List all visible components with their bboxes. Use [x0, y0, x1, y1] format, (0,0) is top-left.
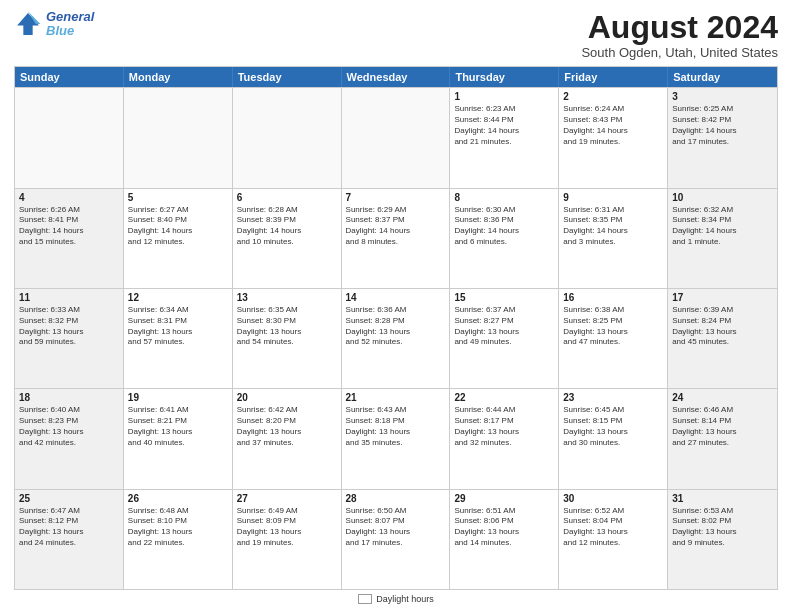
day-cell-17: 17Sunrise: 6:39 AMSunset: 8:24 PMDayligh…: [668, 289, 777, 388]
day-info: Sunrise: 6:46 AMSunset: 8:14 PMDaylight:…: [672, 405, 773, 448]
day-cell-22: 22Sunrise: 6:44 AMSunset: 8:17 PMDayligh…: [450, 389, 559, 488]
day-number: 31: [672, 493, 773, 504]
header-day-wednesday: Wednesday: [342, 67, 451, 87]
calendar-week-1: 1Sunrise: 6:23 AMSunset: 8:44 PMDaylight…: [15, 87, 777, 187]
day-cell-18: 18Sunrise: 6:40 AMSunset: 8:23 PMDayligh…: [15, 389, 124, 488]
location: South Ogden, Utah, United States: [581, 45, 778, 60]
day-info: Sunrise: 6:23 AMSunset: 8:44 PMDaylight:…: [454, 104, 554, 147]
day-cell-27: 27Sunrise: 6:49 AMSunset: 8:09 PMDayligh…: [233, 490, 342, 589]
day-info: Sunrise: 6:44 AMSunset: 8:17 PMDaylight:…: [454, 405, 554, 448]
day-info: Sunrise: 6:52 AMSunset: 8:04 PMDaylight:…: [563, 506, 663, 549]
day-cell-29: 29Sunrise: 6:51 AMSunset: 8:06 PMDayligh…: [450, 490, 559, 589]
day-cell-8: 8Sunrise: 6:30 AMSunset: 8:36 PMDaylight…: [450, 189, 559, 288]
day-number: 20: [237, 392, 337, 403]
day-number: 28: [346, 493, 446, 504]
day-number: 25: [19, 493, 119, 504]
svg-marker-0: [17, 13, 39, 35]
header-day-monday: Monday: [124, 67, 233, 87]
day-info: Sunrise: 6:53 AMSunset: 8:02 PMDaylight:…: [672, 506, 773, 549]
calendar-week-5: 25Sunrise: 6:47 AMSunset: 8:12 PMDayligh…: [15, 489, 777, 589]
day-number: 13: [237, 292, 337, 303]
day-number: 22: [454, 392, 554, 403]
day-number: 6: [237, 192, 337, 203]
day-number: 24: [672, 392, 773, 403]
day-cell-10: 10Sunrise: 6:32 AMSunset: 8:34 PMDayligh…: [668, 189, 777, 288]
day-info: Sunrise: 6:49 AMSunset: 8:09 PMDaylight:…: [237, 506, 337, 549]
day-info: Sunrise: 6:35 AMSunset: 8:30 PMDaylight:…: [237, 305, 337, 348]
day-cell-14: 14Sunrise: 6:36 AMSunset: 8:28 PMDayligh…: [342, 289, 451, 388]
empty-cell: [15, 88, 124, 187]
day-number: 27: [237, 493, 337, 504]
day-cell-31: 31Sunrise: 6:53 AMSunset: 8:02 PMDayligh…: [668, 490, 777, 589]
day-info: Sunrise: 6:31 AMSunset: 8:35 PMDaylight:…: [563, 205, 663, 248]
day-cell-11: 11Sunrise: 6:33 AMSunset: 8:32 PMDayligh…: [15, 289, 124, 388]
day-cell-13: 13Sunrise: 6:35 AMSunset: 8:30 PMDayligh…: [233, 289, 342, 388]
day-cell-26: 26Sunrise: 6:48 AMSunset: 8:10 PMDayligh…: [124, 490, 233, 589]
day-cell-5: 5Sunrise: 6:27 AMSunset: 8:40 PMDaylight…: [124, 189, 233, 288]
day-info: Sunrise: 6:36 AMSunset: 8:28 PMDaylight:…: [346, 305, 446, 348]
day-number: 30: [563, 493, 663, 504]
calendar-week-3: 11Sunrise: 6:33 AMSunset: 8:32 PMDayligh…: [15, 288, 777, 388]
day-info: Sunrise: 6:39 AMSunset: 8:24 PMDaylight:…: [672, 305, 773, 348]
legend-item: Daylight hours: [358, 594, 434, 604]
day-cell-3: 3Sunrise: 6:25 AMSunset: 8:42 PMDaylight…: [668, 88, 777, 187]
day-info: Sunrise: 6:30 AMSunset: 8:36 PMDaylight:…: [454, 205, 554, 248]
day-info: Sunrise: 6:25 AMSunset: 8:42 PMDaylight:…: [672, 104, 773, 147]
day-cell-25: 25Sunrise: 6:47 AMSunset: 8:12 PMDayligh…: [15, 490, 124, 589]
day-number: 21: [346, 392, 446, 403]
header-day-sunday: Sunday: [15, 67, 124, 87]
day-cell-1: 1Sunrise: 6:23 AMSunset: 8:44 PMDaylight…: [450, 88, 559, 187]
month-title: August 2024: [581, 10, 778, 45]
footer: Daylight hours: [14, 590, 778, 606]
day-cell-28: 28Sunrise: 6:50 AMSunset: 8:07 PMDayligh…: [342, 490, 451, 589]
day-info: Sunrise: 6:40 AMSunset: 8:23 PMDaylight:…: [19, 405, 119, 448]
day-info: Sunrise: 6:45 AMSunset: 8:15 PMDaylight:…: [563, 405, 663, 448]
legend-box: [358, 594, 372, 604]
header-day-saturday: Saturday: [668, 67, 777, 87]
logo: General Blue: [14, 10, 94, 39]
day-cell-16: 16Sunrise: 6:38 AMSunset: 8:25 PMDayligh…: [559, 289, 668, 388]
page: General Blue August 2024 South Ogden, Ut…: [0, 0, 792, 612]
day-cell-20: 20Sunrise: 6:42 AMSunset: 8:20 PMDayligh…: [233, 389, 342, 488]
day-number: 8: [454, 192, 554, 203]
day-number: 4: [19, 192, 119, 203]
day-number: 11: [19, 292, 119, 303]
daylight-label: Daylight hours: [376, 594, 434, 604]
day-cell-4: 4Sunrise: 6:26 AMSunset: 8:41 PMDaylight…: [15, 189, 124, 288]
day-cell-6: 6Sunrise: 6:28 AMSunset: 8:39 PMDaylight…: [233, 189, 342, 288]
day-info: Sunrise: 6:24 AMSunset: 8:43 PMDaylight:…: [563, 104, 663, 147]
logo-icon: [14, 10, 42, 38]
calendar-week-2: 4Sunrise: 6:26 AMSunset: 8:41 PMDaylight…: [15, 188, 777, 288]
day-cell-12: 12Sunrise: 6:34 AMSunset: 8:31 PMDayligh…: [124, 289, 233, 388]
day-info: Sunrise: 6:43 AMSunset: 8:18 PMDaylight:…: [346, 405, 446, 448]
day-cell-7: 7Sunrise: 6:29 AMSunset: 8:37 PMDaylight…: [342, 189, 451, 288]
day-number: 12: [128, 292, 228, 303]
day-info: Sunrise: 6:29 AMSunset: 8:37 PMDaylight:…: [346, 205, 446, 248]
empty-cell: [342, 88, 451, 187]
day-info: Sunrise: 6:51 AMSunset: 8:06 PMDaylight:…: [454, 506, 554, 549]
day-number: 3: [672, 91, 773, 102]
day-info: Sunrise: 6:32 AMSunset: 8:34 PMDaylight:…: [672, 205, 773, 248]
day-info: Sunrise: 6:41 AMSunset: 8:21 PMDaylight:…: [128, 405, 228, 448]
day-cell-23: 23Sunrise: 6:45 AMSunset: 8:15 PMDayligh…: [559, 389, 668, 488]
day-number: 1: [454, 91, 554, 102]
day-info: Sunrise: 6:50 AMSunset: 8:07 PMDaylight:…: [346, 506, 446, 549]
day-info: Sunrise: 6:47 AMSunset: 8:12 PMDaylight:…: [19, 506, 119, 549]
day-number: 26: [128, 493, 228, 504]
calendar: SundayMondayTuesdayWednesdayThursdayFrid…: [14, 66, 778, 590]
day-number: 14: [346, 292, 446, 303]
logo-text: General Blue: [46, 10, 94, 39]
day-cell-19: 19Sunrise: 6:41 AMSunset: 8:21 PMDayligh…: [124, 389, 233, 488]
day-info: Sunrise: 6:38 AMSunset: 8:25 PMDaylight:…: [563, 305, 663, 348]
calendar-body: 1Sunrise: 6:23 AMSunset: 8:44 PMDaylight…: [15, 87, 777, 589]
empty-cell: [233, 88, 342, 187]
day-cell-24: 24Sunrise: 6:46 AMSunset: 8:14 PMDayligh…: [668, 389, 777, 488]
day-number: 16: [563, 292, 663, 303]
empty-cell: [124, 88, 233, 187]
header-day-tuesday: Tuesday: [233, 67, 342, 87]
day-number: 18: [19, 392, 119, 403]
day-info: Sunrise: 6:27 AMSunset: 8:40 PMDaylight:…: [128, 205, 228, 248]
day-number: 10: [672, 192, 773, 203]
day-number: 7: [346, 192, 446, 203]
day-number: 15: [454, 292, 554, 303]
